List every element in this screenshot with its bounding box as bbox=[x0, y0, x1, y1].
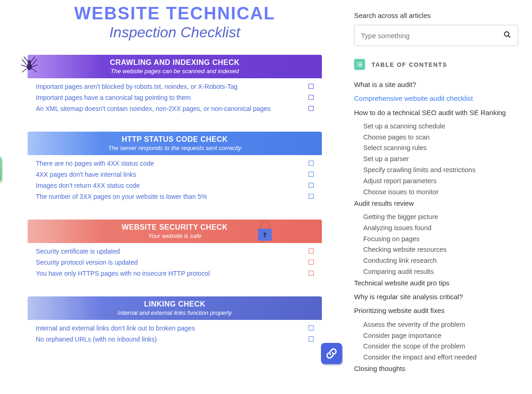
main-content: WEBSITE TECHNICAL Inspection Checklist C… bbox=[0, 0, 349, 394]
toc-item-l2[interactable]: Getting the bigger picture bbox=[363, 213, 518, 221]
toc-item-l2[interactable]: Specify crawling limits and restrictions bbox=[363, 166, 518, 174]
section-header: WEBSITE SECURITY CHECKYour website is sa… bbox=[28, 220, 322, 243]
section-title: HTTP STATUS CODE CHECK bbox=[32, 135, 317, 144]
svg-rect-12 bbox=[359, 66, 362, 67]
toc-item-l2[interactable]: Analyzing issues found bbox=[363, 224, 518, 232]
toc-item-l1[interactable]: Why is regular site analysis critical? bbox=[354, 292, 518, 301]
checklist-item-label: There are no pages with 4XX status code bbox=[36, 160, 154, 167]
toc-item-l1[interactable]: Comprehensive website audit checklist bbox=[354, 94, 518, 103]
search-input[interactable] bbox=[361, 32, 503, 40]
section-items: Security certificate is updatedSecurity … bbox=[28, 243, 322, 284]
toc-item-l2[interactable]: Checking website resources bbox=[363, 245, 518, 254]
section-subtitle: Internal and external links function pro… bbox=[32, 309, 317, 316]
toc-item-l2[interactable]: Set up a scanning schedule bbox=[363, 122, 518, 131]
checklist-item: Important pages aren't blocked by robots… bbox=[36, 81, 314, 92]
page-title: WEBSITE TECHNICAL bbox=[28, 5, 322, 23]
chain-link-icon bbox=[321, 343, 342, 364]
checklist-item-label: Images don't return 4XX status code bbox=[36, 182, 140, 189]
svg-rect-7 bbox=[357, 63, 358, 64]
checklist-item-label: You have only HTTPS pages with no insecu… bbox=[36, 270, 210, 277]
toc-item-l1[interactable]: What is a site audit? bbox=[354, 80, 518, 89]
checklist-item-label: An XML sitemap doesn't contain noindex, … bbox=[36, 105, 270, 112]
checklist-item: No orphaned URLs (with no inbound links) bbox=[36, 334, 314, 345]
toc-item-l1[interactable]: Prioritizing website audit fixes bbox=[354, 306, 518, 315]
checklist-item: The number of 3XX pages on your website … bbox=[36, 191, 314, 202]
toc-item-l1[interactable]: How to do a technical SEO audit with SE … bbox=[354, 108, 518, 117]
section-title: WEBSITE SECURITY CHECK bbox=[32, 223, 317, 232]
checkbox[interactable] bbox=[309, 249, 314, 254]
checkbox[interactable] bbox=[309, 194, 314, 199]
sidebar: Search across all articles TABLE OF CONT… bbox=[349, 0, 532, 394]
section-subtitle: Your website is safe bbox=[32, 232, 317, 239]
checkbox[interactable] bbox=[309, 95, 314, 100]
checkbox[interactable] bbox=[309, 161, 314, 166]
checklist-item: Images don't return 4XX status code bbox=[36, 180, 314, 191]
toc-item-l2[interactable]: Consider page importance bbox=[363, 331, 518, 340]
toc-item-l2[interactable]: Select scanning rules bbox=[363, 144, 518, 152]
page-subtitle: Inspection Checklist bbox=[28, 24, 322, 41]
checklist-item-label: Internal and external links don't link o… bbox=[36, 324, 195, 332]
svg-rect-8 bbox=[359, 63, 362, 64]
checkbox[interactable] bbox=[309, 271, 314, 276]
checklist-item-label: The number of 3XX pages on your website … bbox=[36, 193, 207, 200]
search-box[interactable] bbox=[354, 25, 518, 46]
section-security: WEBSITE SECURITY CHECKYour website is sa… bbox=[28, 220, 322, 284]
checkbox[interactable] bbox=[309, 260, 314, 265]
section-items: There are no pages with 4XX status code4… bbox=[28, 155, 322, 207]
toc-item-l2[interactable]: Set up a parser bbox=[363, 155, 518, 163]
checkbox[interactable] bbox=[309, 183, 314, 188]
section-subtitle: The server responds to the requests sent… bbox=[32, 145, 317, 151]
toc-header: TABLE OF CONTENTS bbox=[354, 59, 518, 70]
svg-line-6 bbox=[508, 35, 510, 37]
checkbox[interactable] bbox=[309, 84, 314, 89]
checklist-item-label: Important pages have a canonical tag poi… bbox=[36, 94, 191, 101]
checklist-item: Important pages have a canonical tag poi… bbox=[36, 92, 314, 103]
section-subtitle: The website pages can be scanned and ind… bbox=[32, 68, 317, 75]
toc-item-l1[interactable]: Closing thoughts bbox=[354, 364, 518, 373]
toc-item-l2[interactable]: Focusing on pages bbox=[363, 235, 518, 243]
toc-item-l2[interactable]: Choose pages to scan bbox=[363, 133, 518, 142]
checklist-item-label: Security protocol version is updated bbox=[36, 259, 138, 266]
toc-title: TABLE OF CONTENTS bbox=[372, 61, 447, 68]
section-linking: LINKING CHECKInternal and external links… bbox=[28, 296, 322, 349]
checkbox[interactable] bbox=[309, 336, 314, 342]
checkbox[interactable] bbox=[309, 106, 314, 111]
checkbox[interactable] bbox=[309, 172, 314, 177]
toc-item-l2[interactable]: Consider the scope of the problem bbox=[363, 342, 518, 351]
toc-item-l2[interactable]: Choose issues to monitor bbox=[363, 188, 518, 197]
section-header: CRAWLING AND INDEXING CHECKThe website p… bbox=[28, 55, 322, 78]
search-icon[interactable] bbox=[503, 30, 511, 41]
checklist-item: There are no pages with 4XX status code bbox=[36, 158, 314, 169]
section-header: LINKING CHECKInternal and external links… bbox=[28, 296, 322, 320]
checkbox[interactable] bbox=[309, 325, 314, 330]
section-crawl: CRAWLING AND INDEXING CHECKThe website p… bbox=[28, 55, 322, 119]
checklist-item-label: No orphaned URLs (with no inbound links) bbox=[36, 336, 157, 343]
checklist-item-label: 4XX pages don't have internal links bbox=[36, 171, 136, 178]
checklist-item: Internal and external links don't link o… bbox=[36, 323, 314, 334]
checklist-item: Security protocol version is updated bbox=[36, 257, 314, 268]
section-title: LINKING CHECK bbox=[32, 300, 317, 308]
toc-item-l2[interactable]: Consider the impact and effort needed bbox=[363, 353, 518, 362]
toc-item-l2[interactable]: Comparing audit results bbox=[363, 267, 518, 276]
toc-item-l2[interactable]: Assess the severity of the problem bbox=[363, 320, 518, 329]
svg-rect-10 bbox=[359, 64, 362, 65]
svg-rect-9 bbox=[357, 64, 358, 65]
checklist-item: An XML sitemap doesn't contain noindex, … bbox=[36, 103, 314, 114]
svg-rect-11 bbox=[357, 66, 358, 67]
search-label: Search across all articles bbox=[354, 12, 518, 19]
svg-point-1 bbox=[28, 60, 31, 64]
section-items: Important pages aren't blocked by robots… bbox=[28, 78, 322, 119]
section-header: HTTP STATUS CODE CHECKThe server respond… bbox=[28, 132, 322, 155]
check-badge-icon bbox=[0, 156, 2, 181]
checklist-item-label: Important pages aren't blocked by robots… bbox=[36, 83, 237, 90]
checklist-item: You have only HTTPS pages with no insecu… bbox=[36, 268, 314, 279]
toc-item-l2[interactable]: Adjust report parameters bbox=[363, 177, 518, 185]
toc-item-l1[interactable]: Audit results review bbox=[354, 199, 518, 208]
list-icon bbox=[354, 59, 365, 70]
section-items: Internal and external links don't link o… bbox=[28, 320, 322, 349]
checklist-item: Security certificate is updated bbox=[36, 246, 314, 257]
section-title: CRAWLING AND INDEXING CHECK bbox=[32, 58, 317, 67]
checklist-item: 4XX pages don't have internal links bbox=[36, 169, 314, 180]
toc-item-l1[interactable]: Technical website audit pro tips bbox=[354, 278, 518, 288]
toc-item-l2[interactable]: Conducting link research bbox=[363, 256, 518, 265]
